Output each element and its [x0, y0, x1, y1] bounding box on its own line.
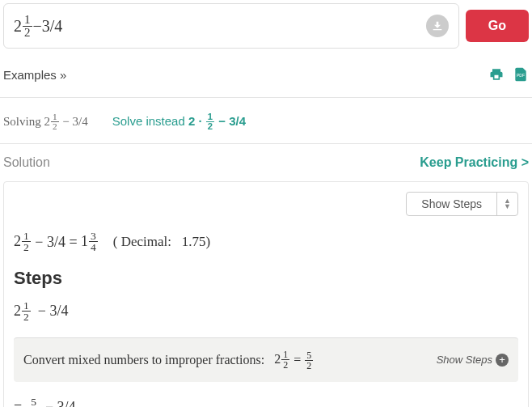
step-1: 212 − 3/4 — [14, 297, 518, 326]
decimal-note: ( Decimal: 1.75) — [113, 234, 210, 250]
keep-practicing-link[interactable]: Keep Practicing > — [420, 155, 529, 170]
print-icon[interactable] — [488, 66, 505, 83]
result-panel: Show Steps ▲▼ 212 − 3/4 = 134 ( Decimal:… — [3, 181, 529, 408]
result-expression: 212 − 3/4 = 134 ( Decimal: 1.75) — [14, 227, 518, 256]
solve-instead-link[interactable]: Solve instead 2 · 12 − 3/4 — [112, 112, 246, 132]
examples-link[interactable]: Examples » — [3, 68, 66, 82]
hint-text: Convert mixed numbers to improper fracti… — [23, 353, 264, 367]
hint-show-steps[interactable]: Show Steps + — [437, 354, 509, 367]
expression-display: 212−3/4 — [14, 14, 62, 39]
download-icon[interactable] — [426, 15, 449, 37]
expression-input[interactable]: 212−3/4 — [3, 3, 459, 49]
show-steps-select[interactable]: Show Steps ▲▼ — [406, 192, 518, 216]
svg-text:PDF: PDF — [517, 73, 525, 78]
hint-convert: Convert mixed numbers to improper fracti… — [14, 337, 518, 382]
solution-label: Solution — [3, 155, 50, 170]
show-steps-label[interactable]: Show Steps — [407, 193, 497, 215]
go-button[interactable]: Go — [466, 10, 529, 42]
plus-icon: + — [496, 354, 509, 367]
step-2: = 52 − 3/4 — [14, 393, 518, 407]
pdf-icon[interactable]: PDF — [513, 66, 529, 83]
solving-label: Solving 212 − 3/4 — [3, 112, 88, 132]
steps-heading: Steps — [14, 256, 518, 297]
select-arrows-icon[interactable]: ▲▼ — [497, 193, 517, 215]
